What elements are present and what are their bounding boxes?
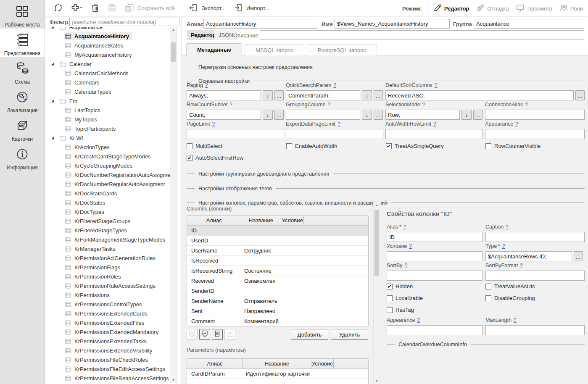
sidebar-item-views[interactable]: Представления <box>0 29 45 57</box>
help-link[interactable]: ? <box>405 263 408 268</box>
column-row[interactable]: UserName Сотрудник <box>187 246 368 256</box>
scroll-thumb[interactable] <box>374 210 379 276</box>
prop-max-length-input[interactable] <box>485 325 585 335</box>
default-sort-columns-more-button[interactable]: … <box>575 90 585 100</box>
column-row[interactable]: SenderName Отправитель <box>187 296 368 306</box>
scroll-down-icon[interactable]: ▼ <box>374 378 380 384</box>
tree-node[interactable]: KrDocNumberRegistrationAutoAssigment <box>45 170 182 179</box>
help-link[interactable]: ? <box>422 102 425 108</box>
grouping-column-more-button[interactable]: … <box>374 110 383 120</box>
checkbox[interactable]: TreatAsSingleQuery <box>386 143 485 149</box>
scroll-up-icon[interactable]: ▲ <box>170 27 177 33</box>
tree-node[interactable]: CalendarCalcMethods <box>45 68 182 78</box>
prop-alias-input[interactable] <box>387 232 483 242</box>
default-sort-columns-input[interactable] <box>385 90 574 100</box>
quick-search-param-input[interactable] <box>286 90 360 100</box>
help-link[interactable]: ? <box>403 224 406 230</box>
column-header-caption[interactable]: Название <box>241 216 281 225</box>
tree-node[interactable]: KrManagerTasks <box>45 244 182 253</box>
help-link[interactable]: ? <box>205 82 208 88</box>
scroll-up-icon[interactable]: ▲ <box>374 202 380 208</box>
tree-node[interactable]: KrPermissionsFileCheckRules <box>45 355 182 364</box>
column-row[interactable]: Received Ознакомлен <box>187 276 368 286</box>
tab-mssql[interactable]: MSSQL запрос <box>245 44 304 55</box>
checkbox[interactable]: TreatValueAsUtc <box>485 283 584 289</box>
tree-node[interactable]: KrPermissionRuleAccessSettings <box>45 281 182 290</box>
tree-node[interactable]: KrDocStates <box>45 198 182 207</box>
tree-node[interactable]: LastTopics <box>45 105 182 115</box>
connection-alias-input[interactable] <box>485 110 585 120</box>
paging-input[interactable] <box>187 90 261 100</box>
prop-caption-input[interactable] <box>485 232 585 242</box>
tree-node[interactable]: Kr Wf <box>45 133 182 142</box>
help-link[interactable]: ? <box>328 102 331 108</box>
tree-node[interactable]: KrPermissionsExtendedVisibility <box>45 346 182 355</box>
column-row[interactable]: ID <box>187 226 368 236</box>
filter-input[interactable] <box>69 18 179 26</box>
tree-node[interactable]: KrFilteredStageTypes <box>45 226 182 235</box>
column-row[interactable]: IsReceived <box>187 256 368 266</box>
mode-debug-button[interactable]: Отладка <box>475 3 509 14</box>
help-link[interactable]: ? <box>502 243 505 249</box>
quick-search-param-more-button[interactable]: … <box>374 90 383 100</box>
selection-mode-input[interactable] <box>385 110 460 120</box>
tree-node[interactable]: MyTopics <box>45 115 182 124</box>
sidebar-item-localization[interactable]: Локализация <box>0 86 45 114</box>
selection-mode-dropdown-button[interactable]: ↓ <box>461 110 472 120</box>
export-button[interactable]: Экспорт... <box>186 1 228 16</box>
quick-search-param-dropdown-button[interactable]: ↓ <box>362 90 372 100</box>
tree-node[interactable]: KrActionTypes <box>45 142 182 152</box>
tree-node[interactable]: KrCycleGroupingModes <box>45 161 182 170</box>
tree-node[interactable]: KrPermissions <box>45 290 182 300</box>
tree-node[interactable]: KrPermissionsFileReadAccessSettings <box>45 373 182 383</box>
tree-node[interactable]: AcquaintanceHistory <box>45 32 182 41</box>
checkbox[interactable]: AutoSelectFirstRow <box>187 155 286 161</box>
scroll-thumb[interactable] <box>171 42 176 62</box>
prop-sort-by-format-input[interactable] <box>485 271 585 281</box>
refresh-button[interactable] <box>51 1 66 16</box>
name-input[interactable] <box>335 19 450 29</box>
expander-icon[interactable] <box>51 137 54 139</box>
help-link[interactable]: ? <box>515 121 518 127</box>
import-button[interactable]: Импорт... <box>231 1 272 16</box>
checkbox[interactable]: EnableAutoWidth <box>286 143 386 149</box>
page-limit-input[interactable] <box>187 129 284 139</box>
badge-plus-button[interactable] <box>187 329 198 340</box>
column-row[interactable]: IsReceivedString Состояние <box>187 266 368 276</box>
delete-column-button[interactable]: Удалить <box>331 329 368 340</box>
tree-node[interactable]: KrPermissionAclGenerationRules <box>45 253 182 263</box>
parameter-header-alias[interactable]: Алиас <box>187 359 243 368</box>
move-to-folder-button[interactable] <box>224 329 235 340</box>
tree-node[interactable]: KrFilteredStageGroups <box>45 216 182 226</box>
prop-appearance-input[interactable] <box>387 325 483 335</box>
document-button[interactable] <box>212 329 223 340</box>
alias-input[interactable] <box>203 19 318 29</box>
column-row[interactable]: UserID <box>187 236 368 246</box>
sidebar-item-info[interactable]: Информация <box>0 143 45 171</box>
sidebar-item-schema[interactable]: Схема <box>0 57 45 86</box>
mode-editor-button[interactable]: Редактор <box>432 3 470 14</box>
column-row[interactable]: Sent Направлено <box>187 306 368 316</box>
tree-node[interactable]: MyAcquaintanceHistory <box>45 50 182 59</box>
tree-node[interactable]: Acquaintance <box>45 27 182 32</box>
tree-node[interactable]: KrDocNumberRegularAutoAssigment <box>45 179 182 189</box>
parameter-header-condition[interactable]: Условие <box>311 359 334 368</box>
row-count-subset-more-button[interactable]: … <box>274 110 284 120</box>
columns-scrollbar[interactable]: ▲ ▼ <box>373 202 380 384</box>
tree-node[interactable]: KrPermissionsExtendedTasks <box>45 337 182 346</box>
checkbox[interactable]: RowCounterVisible <box>485 143 585 149</box>
tree-node[interactable]: KrPermissionsExtendedFiles <box>45 318 182 327</box>
tree-node[interactable]: Calendars <box>45 78 182 87</box>
sidebar-item-cards[interactable]: Карточки <box>0 114 45 143</box>
help-link[interactable]: ? <box>433 121 436 127</box>
help-link[interactable]: ? <box>506 224 509 230</box>
checkbox[interactable]: HasTag <box>387 307 485 313</box>
paging-more-button[interactable]: … <box>274 90 284 100</box>
tree-node[interactable]: KrPermissionsFileEditAccessSettings <box>45 364 182 373</box>
tree-scrollbar[interactable]: ▲ ▼ <box>170 27 177 383</box>
tree-node[interactable]: KrDocTypes <box>45 207 182 216</box>
add-column-button[interactable]: Добавить <box>291 329 328 340</box>
tab-postgresql[interactable]: PostgreSQL запрос <box>307 44 377 55</box>
tree-node[interactable]: Calendar <box>45 59 182 68</box>
tree-node[interactable]: KrDocStateCards <box>45 189 182 198</box>
